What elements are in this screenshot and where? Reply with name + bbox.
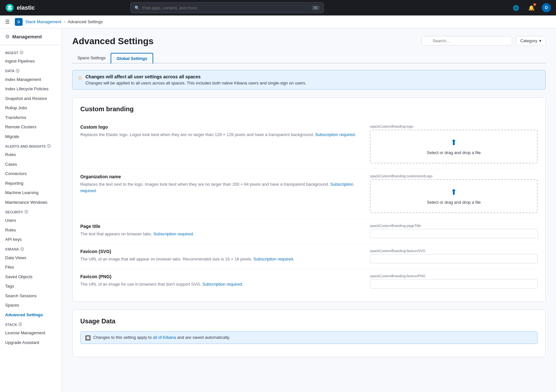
org-name-desc: Replaces the text next to the logo. Imag… [80,181,362,194]
sidebar-item-index-management[interactable]: Index Management [0,75,62,84]
sidebar-item-search-sessions[interactable]: Search Sessions [0,291,62,301]
sidebar-item-rollup-jobs[interactable]: Rollup Jobs [0,103,62,113]
sidebar-item-snapshot-restore[interactable]: Snapshot and Restore [0,94,62,103]
favicon-png-subscription-link[interactable]: Subscription required. [202,282,243,287]
svg-point-1 [8,5,12,8]
page-title-field-label: xpackCustomBranding:pageTitle [370,224,538,228]
sidebar-item-license-management[interactable]: License Management [0,328,62,338]
setting-left-favicon-svg: Favicon (SVG) The URL of an image that w… [80,249,362,263]
favicon-png-desc: The URL of an image for use in browsers … [80,281,362,288]
custom-logo-dropzone[interactable]: ⬆ Select or drag and drop a file [370,130,538,163]
category-dropdown-btn[interactable]: Category ▾ [516,36,546,45]
setting-left-page-title: Page title The text that appears on brow… [80,224,362,238]
upload-icon-custom-logo: ⬆ [451,138,457,147]
info-banner-text: Changes to this setting apply to all of … [93,335,230,340]
tab-global-settings[interactable]: Global Settings [111,53,153,64]
sidebar-item-roles[interactable]: Roles [0,225,62,235]
hamburger-menu-btn[interactable]: ☰ [5,19,10,25]
sidebar-item-cases[interactable]: Cases [0,160,62,169]
sidebar-item-reporting[interactable]: Reporting [0,179,62,188]
breadcrumb-parent[interactable]: Stack Management [25,19,61,24]
top-nav: elastic 🔍 ⌘/ 🌐 🔔 D [0,0,556,15]
setting-right-favicon-png: xpackCustomBranding:faviconPNG [370,274,538,289]
breadcrumb-separator: › [64,20,65,24]
elastic-label: elastic [17,5,35,11]
page-title-setting-label: Page title [80,224,362,229]
sidebar-item-maintenance-windows[interactable]: Maintenance Windows [0,198,62,207]
sidebar-section-stack: Stack ⓘ License Management Upgrade Assis… [0,319,62,347]
favicon-png-label: Favicon (PNG) [80,274,362,279]
setting-row-custom-logo: Custom logo Replaces the Elastic logo. L… [80,119,538,169]
stack-info-icon: ⓘ [18,322,22,327]
setting-left-favicon-png: Favicon (PNG) The URL of an image for us… [80,274,362,289]
org-name-label: Organization name [80,174,362,179]
sidebar-section-security: Security ⓘ Users Roles API keys [0,207,62,244]
breadcrumb-bar: ☰ D Stack Management › Advanced Settings [0,15,556,28]
setting-row-favicon-svg: Favicon (SVG) The URL of an image that w… [80,244,538,269]
sidebar-section-title-security: Security ⓘ [0,207,62,216]
sidebar-item-users[interactable]: Users [0,216,62,225]
sidebar-item-api-keys[interactable]: API keys [0,235,62,244]
sidebar-item-spaces[interactable]: Spaces [0,300,62,310]
sidebar-item-connectors[interactable]: Connectors [0,169,62,179]
sidebar-section-data: Data ⓘ Index Management Index Lifecycle … [0,66,62,142]
favicon-png-input[interactable] [370,279,538,289]
kibana-link[interactable]: all of Kibana [153,335,176,340]
org-name-dropzone[interactable]: ⬆ Select or drag and drop a file [370,179,538,213]
security-info-icon: ⓘ [25,210,28,214]
breadcrumb-avatar: D [15,18,23,26]
page-title: Advanced Settings [72,36,154,46]
management-icon: ⚙ [5,34,10,40]
ingest-info-icon: ⓘ [20,50,23,55]
sidebar-item-files[interactable]: Files [0,262,62,272]
alert-warning-icon: ⚠ [78,74,82,81]
sidebar-item-transforms[interactable]: Transforms [0,113,62,122]
page-title-input[interactable] [370,229,538,238]
sidebar-item-machine-learning[interactable]: Machine Learning [0,188,62,198]
elastic-logo[interactable]: elastic [5,3,35,12]
page-title-desc: The text that appears on browser tabs. S… [80,231,362,237]
settings-search-input[interactable] [422,36,512,45]
page-header: Advanced Settings 🔍 Category ▾ [72,36,546,46]
sidebar-item-advanced-settings[interactable]: Advanced Settings [0,310,62,320]
main-content: Advanced Settings 🔍 Category ▾ Space Set… [62,28,556,392]
custom-logo-desc: Replaces the Elastic logo. Logos look be… [80,132,362,138]
sidebar-section-title-data: Data ⓘ [0,66,62,75]
user-avatar-btn[interactable]: D [542,3,551,12]
favicon-svg-input[interactable] [370,254,538,263]
sidebar-item-migrate[interactable]: Migrate [0,132,62,142]
favicon-svg-subscription-link[interactable]: Subscription required. [253,257,294,261]
sidebar-item-tags[interactable]: Tags [0,281,62,291]
help-icon-btn[interactable]: 🌐 [511,3,521,13]
tab-space-settings[interactable]: Space Settings [72,53,111,64]
custom-logo-label: Custom logo [80,124,362,130]
sidebar-item-data-views[interactable]: Data Views [0,253,62,263]
custom-logo-drop-text: Select or drag and drop a file [427,150,481,155]
global-alert-banner: ⚠ Changes will affect all user settings … [72,70,546,90]
setting-left-custom-logo: Custom logo Replaces the Elastic logo. L… [80,124,362,163]
favicon-svg-desc: The URL of an image that will appear on … [80,256,362,262]
global-search-input[interactable] [142,5,309,10]
nav-icons: 🌐 🔔 D [511,3,551,13]
alert-text: Changes will be applied to all users acr… [85,81,306,85]
info-banner-icon: 🔲 [85,335,91,340]
custom-logo-field-label: xpackCustomBranding:logo [370,124,538,128]
page-title-subscription-link[interactable]: Subscription required. [153,231,194,236]
sidebar-section-title-alerts: Alerts and Insights ⓘ [0,141,62,150]
breadcrumb-current: Advanced Settings [68,19,103,24]
notifications-icon-btn[interactable]: 🔔 [526,3,537,13]
sidebar-item-remote-clusters[interactable]: Remote Clusters [0,122,62,132]
global-search-bar[interactable]: 🔍 ⌘/ [130,2,324,13]
setting-right-org-name: xpackCustomBranding:customizedLogo ⬆ Sel… [370,174,538,213]
alerts-info-icon: ⓘ [47,144,51,149]
sidebar-item-saved-objects[interactable]: Saved Objects [0,272,62,282]
setting-row-favicon-png: Favicon (PNG) The URL of an image for us… [80,269,538,294]
sidebar-item-upgrade-assistant[interactable]: Upgrade Assistant [0,338,62,348]
custom-logo-subscription-link[interactable]: Subscription required. [315,132,356,137]
org-name-field-label: xpackCustomBranding:customizedLogo [370,174,538,178]
sidebar-item-index-lifecycle[interactable]: Index Lifecycle Policies [0,84,62,94]
sidebar-item-ingest-pipelines[interactable]: Ingest Pipelines [0,56,62,66]
sidebar-item-rules[interactable]: Rules [0,150,62,160]
settings-tabs: Space Settings Global Settings [72,53,546,64]
org-name-subscription-link[interactable]: Subscription required. [80,182,353,193]
